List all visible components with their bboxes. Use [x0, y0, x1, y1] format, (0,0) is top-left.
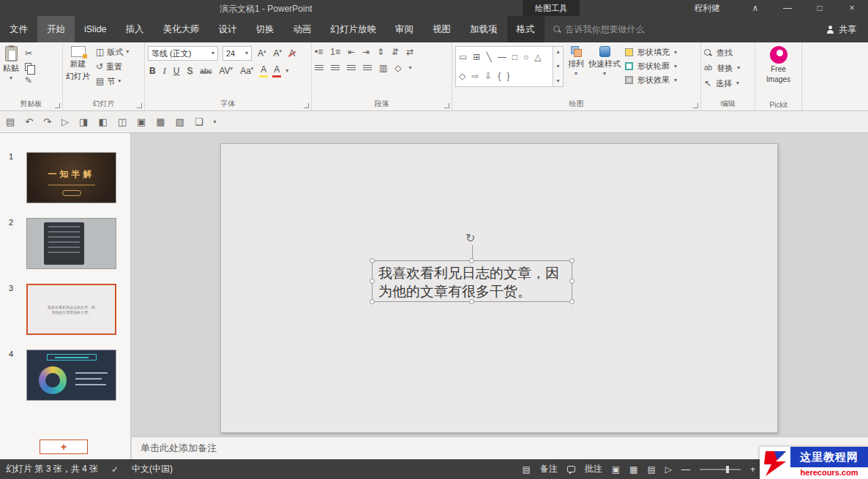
oval-shape-icon[interactable]: ○	[523, 49, 528, 65]
chevron-down-icon[interactable]: ▾	[409, 65, 412, 71]
dialog-launcher-icon[interactable]	[304, 103, 309, 108]
proofing-icon[interactable]: ✓	[111, 464, 119, 475]
textbox-shape-icon[interactable]: ⊞	[473, 49, 480, 65]
resize-handle-w[interactable]	[370, 279, 375, 284]
qat-tool-icon-4[interactable]: ▣	[137, 116, 146, 127]
select-button[interactable]: ↖选择▾	[704, 78, 752, 89]
shapes-scroll-up-icon[interactable]: ▴	[556, 49, 559, 55]
arrow-down-shape-icon[interactable]: ⇩	[484, 68, 492, 84]
font-name-select[interactable]: 等线 (正文)▾	[148, 46, 218, 61]
quick-styles-button[interactable]: 快速样式 ▾	[588, 46, 621, 99]
shapes-scroll-down-icon[interactable]: ▾	[556, 64, 559, 69]
shape-outline-button[interactable]: 形状轮廓▾	[625, 61, 677, 72]
maximize-button[interactable]: □	[804, 0, 836, 16]
free-images-button[interactable]: Free Images	[758, 46, 798, 84]
reading-view-icon[interactable]: ▤	[647, 464, 655, 475]
character-spacing-button[interactable]: AV▾	[217, 66, 234, 76]
resize-handle-se[interactable]	[569, 299, 575, 304]
zoom-in-button[interactable]: +	[750, 464, 755, 475]
selected-textbox[interactable]: ↻ 我喜欢看利兄日志的文章，因 为他的文章有很多干货。	[372, 260, 572, 302]
qat-tool-icon-5[interactable]: ▦	[156, 116, 165, 127]
tab-transitions[interactable]: 切换	[247, 16, 284, 42]
shapes-more-icon[interactable]: ▾	[556, 78, 559, 84]
account-name[interactable]: 程利健	[694, 2, 720, 15]
grow-font-icon[interactable]: A▴	[256, 48, 268, 59]
tab-insert[interactable]: 插入	[116, 16, 154, 42]
paste-button[interactable]: 粘贴 ▾	[3, 46, 19, 99]
qat-tool-icon-3[interactable]: ◫	[118, 116, 127, 127]
normal-view-icon[interactable]: ▣	[612, 464, 620, 475]
notes-toggle[interactable]: 备注	[540, 463, 558, 475]
change-case-button[interactable]: Aa▾	[239, 66, 255, 76]
copy-icon[interactable]	[25, 63, 31, 71]
bullets-icon[interactable]: •≡	[315, 46, 323, 58]
rectangle-shape-icon[interactable]: ▭	[459, 49, 467, 65]
qat-redo-icon[interactable]: ↷	[43, 116, 51, 127]
chevron-down-icon[interactable]: ▾	[285, 68, 288, 74]
align-right-icon[interactable]	[347, 65, 356, 72]
arrow-right-shape-icon[interactable]: ⇨	[471, 68, 479, 84]
resize-handle-e[interactable]	[569, 279, 575, 284]
qat-save-icon[interactable]: ▤	[6, 116, 15, 127]
slide-thumbnail-1[interactable]: 一知半解	[26, 152, 116, 203]
qat-tool-icon-1[interactable]: ◨	[79, 116, 88, 127]
increase-indent-icon[interactable]: ⇥	[362, 46, 370, 58]
tab-animations[interactable]: 动画	[284, 16, 321, 42]
shapes-gallery[interactable]: ▭ ⊞ ╲ — □ ○ △ ◇ ⇨ ⇩ { }	[455, 46, 553, 87]
underline-button[interactable]: U	[172, 66, 182, 76]
tab-beautify-master[interactable]: 美化大师	[154, 16, 209, 42]
diamond-shape-icon[interactable]: ◇	[459, 68, 465, 84]
zoom-slider[interactable]	[700, 469, 741, 470]
resize-handle-s[interactable]	[469, 299, 474, 304]
bold-button[interactable]: B	[148, 66, 157, 76]
slideshow-view-icon[interactable]: ▷	[665, 464, 672, 475]
right-brace-shape-icon[interactable]: }	[506, 68, 509, 84]
slide-counter[interactable]: 幻灯片 第 3 张，共 4 张	[6, 463, 98, 475]
qat-tool-icon-7[interactable]: ❏	[195, 116, 203, 127]
resize-handle-ne[interactable]	[569, 258, 575, 263]
qat-tool-icon-2[interactable]: ◧	[98, 116, 107, 127]
minimize-button[interactable]: —	[771, 0, 804, 16]
share-button[interactable]: 共享	[826, 16, 868, 42]
textbox-line-2[interactable]: 为他的文章有很多干货。	[378, 282, 566, 301]
notes-pane[interactable]: 单击此处添加备注	[132, 437, 868, 459]
cut-icon[interactable]: ✂	[25, 48, 32, 59]
dialog-launcher-icon[interactable]	[137, 103, 142, 108]
font-color-button[interactable]: A	[272, 64, 281, 78]
tab-islide[interactable]: iSlide	[75, 16, 116, 42]
layout-button[interactable]: ◫版式▾	[96, 46, 129, 58]
line-shape-icon[interactable]: ╲	[486, 49, 491, 65]
tell-me-search[interactable]: 告诉我你想要做什么	[553, 16, 645, 42]
dialog-launcher-icon[interactable]	[55, 103, 60, 108]
add-slide-button[interactable]: +	[40, 440, 88, 454]
replace-button[interactable]: ab替换▾	[704, 62, 752, 74]
tab-review[interactable]: 审阅	[386, 16, 423, 42]
rotation-handle-icon[interactable]: ↻	[465, 231, 475, 245]
resize-handle-n[interactable]	[469, 258, 474, 263]
textbox-line-1[interactable]: 我喜欢看利兄日志的文章，因	[378, 264, 566, 282]
zoom-slider-thumb[interactable]	[726, 466, 729, 473]
square-shape-icon[interactable]: □	[512, 49, 517, 65]
tab-addins[interactable]: 加载项	[460, 16, 507, 42]
slide-thumbnail-2[interactable]	[26, 218, 116, 269]
text-shadow-button[interactable]: S	[185, 66, 194, 76]
section-button[interactable]: ▤节▾	[96, 75, 129, 87]
qat-slideshow-icon[interactable]: ▷	[61, 116, 69, 127]
tab-home[interactable]: 开始	[37, 16, 75, 42]
italic-button[interactable]: I	[162, 66, 168, 77]
slide-canvas[interactable]: ↻ 我喜欢看利兄日志的文章，因 为他的文章有很多干货。	[220, 143, 778, 433]
format-painter-icon[interactable]: ✎	[25, 75, 32, 86]
columns-icon[interactable]: ▥	[379, 62, 387, 74]
qat-undo-icon[interactable]: ↶	[25, 116, 33, 127]
slide-sorter-view-icon[interactable]: ▦	[629, 464, 637, 475]
align-center-icon[interactable]	[331, 65, 340, 72]
slide-thumbnail-4[interactable]	[26, 350, 116, 401]
justify-icon[interactable]	[363, 65, 372, 72]
tab-slideshow[interactable]: 幻灯片放映	[321, 16, 386, 42]
tab-file[interactable]: 文件	[0, 16, 37, 42]
close-button[interactable]: ×	[836, 0, 868, 16]
qat-tool-icon-6[interactable]: ▧	[176, 116, 184, 127]
text-direction-icon[interactable]: ⇵	[392, 46, 399, 58]
tab-view[interactable]: 视图	[423, 16, 460, 42]
reset-button[interactable]: ↺重置	[96, 61, 129, 72]
